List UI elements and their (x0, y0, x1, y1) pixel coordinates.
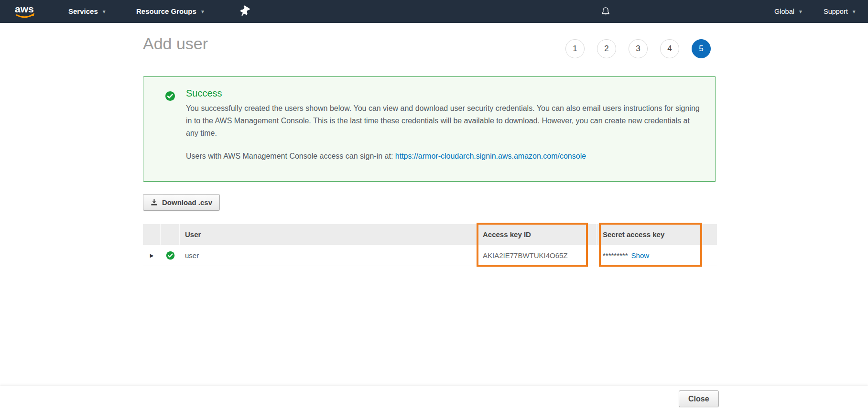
nav-resource-groups-label: Resource Groups (136, 7, 196, 15)
header-secret-access-key: Secret access key (597, 224, 717, 245)
chevron-down-icon: ▼ (102, 9, 107, 14)
pushpin-icon[interactable] (240, 6, 251, 17)
signin-prefix: Users with AWS Management Console access… (186, 152, 395, 160)
step-indicator: 1 2 3 4 5 (565, 39, 711, 58)
bell-icon[interactable] (600, 6, 611, 17)
download-csv-label: Download .csv (162, 198, 212, 206)
step-3: 3 (629, 39, 648, 58)
nav-support-label: Support (824, 8, 848, 15)
step-5-active: 5 (692, 39, 711, 58)
close-button[interactable]: Close (679, 390, 719, 407)
check-circle-icon (165, 91, 175, 101)
nav-global-label: Global (774, 8, 794, 15)
nav-services-label: Services (68, 7, 98, 15)
aws-logo[interactable]: aws (13, 3, 37, 21)
nav-services[interactable]: Services▼ (68, 0, 107, 23)
nav-resource-groups[interactable]: Resource Groups▼ (136, 0, 205, 23)
users-table: User Access key ID Secret access key ▶ u… (143, 224, 717, 266)
top-nav: aws Services▼ Resource Groups▼ Global▼ S… (0, 0, 868, 23)
row-access-key-id: AKIA2IE77BWTUKI4O65Z (477, 245, 597, 266)
table-row: ▶ user AKIA2IE77BWTUKI4O65Z ********* Sh… (143, 245, 717, 266)
page-title: Add user (143, 34, 208, 53)
nav-support[interactable]: Support▼ (824, 0, 857, 23)
svg-text:aws: aws (15, 3, 34, 14)
row-secret-masked: ********* (603, 251, 628, 260)
chevron-down-icon: ▼ (200, 9, 205, 14)
success-message: You successfully created the users shown… (186, 102, 701, 140)
signin-line: Users with AWS Management Console access… (186, 152, 586, 161)
header-expand-col (143, 224, 161, 245)
download-csv-button[interactable]: Download .csv (143, 194, 220, 211)
row-success-check-icon (166, 251, 175, 260)
nav-global[interactable]: Global▼ (774, 0, 803, 23)
step-4: 4 (660, 39, 679, 58)
chevron-down-icon: ▼ (852, 9, 857, 14)
success-title: Success (186, 88, 222, 99)
success-panel: Success You successfully created the use… (143, 76, 716, 182)
header-user: User (180, 224, 477, 245)
header-status-col (161, 224, 180, 245)
table-header-row: User Access key ID Secret access key (143, 224, 717, 245)
download-icon (151, 199, 158, 206)
row-user-name: user (180, 245, 477, 266)
footer-bar (0, 386, 868, 411)
console-signin-link[interactable]: https://armor-cloudarch.signin.aws.amazo… (395, 152, 586, 160)
step-2: 2 (597, 39, 616, 58)
expand-triangle-icon[interactable]: ▶ (150, 253, 154, 258)
header-access-key-id: Access key ID (477, 224, 597, 245)
show-secret-link[interactable]: Show (631, 251, 650, 260)
chevron-down-icon: ▼ (798, 9, 803, 14)
step-1: 1 (565, 39, 585, 58)
